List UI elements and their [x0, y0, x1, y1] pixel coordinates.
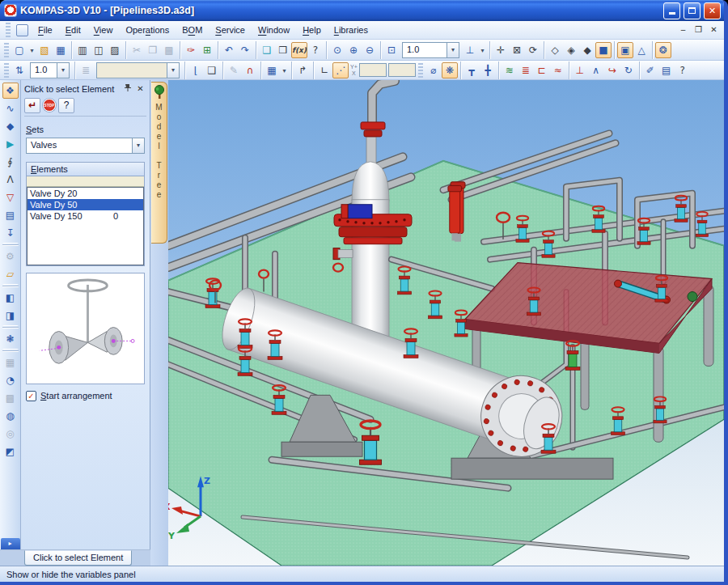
open-button[interactable]: ▧ — [36, 42, 53, 58]
quick-orient-button[interactable]: ❂ — [655, 42, 671, 58]
sets-value[interactable]: Valves — [26, 138, 133, 154]
variables-panel-button[interactable]: ❑ — [259, 42, 275, 58]
print-setup-button[interactable]: ▨ — [107, 42, 123, 58]
zoom-area-button[interactable]: ⊡ — [383, 42, 400, 58]
menu-bom[interactable]: BOM — [176, 23, 209, 37]
copy-button[interactable]: ❐ — [145, 42, 161, 58]
pipeline-lines-button[interactable]: ≣ — [518, 62, 534, 78]
menu-edit[interactable]: Edit — [59, 23, 87, 37]
spline-button[interactable]: ∿ — [2, 100, 19, 117]
menu-help[interactable]: Help — [296, 23, 328, 37]
shaded-button[interactable]: ■ — [595, 42, 612, 58]
orientation-button[interactable]: ⊥ — [462, 42, 478, 58]
pipeline-segment-button[interactable]: ⊏ — [534, 62, 550, 78]
menu-view[interactable]: View — [87, 23, 120, 37]
pipeline-layers-button[interactable]: ≋ — [502, 62, 518, 78]
fit-window-button[interactable]: ⊠ — [509, 42, 525, 58]
route-arrow-button[interactable]: ↪ — [604, 62, 620, 78]
library-manager-button[interactable]: ❒ — [275, 42, 291, 58]
spreadsheet-button[interactable]: ⊞ — [199, 42, 215, 58]
shaded-wireframe-button[interactable]: ▣ — [617, 42, 633, 58]
print-button[interactable]: ▥ — [74, 42, 91, 58]
surface-button[interactable]: ◆ — [2, 118, 19, 134]
orientation-dropdown[interactable]: ▾ — [478, 42, 487, 58]
boolean-button[interactable]: ❃ — [2, 331, 19, 347]
support-button[interactable]: ⊥ — [572, 62, 588, 78]
edit-model-button[interactable]: ❖ — [2, 83, 19, 99]
mold-button[interactable]: ◩ — [2, 443, 19, 460]
layer-value[interactable] — [96, 62, 167, 78]
pattern-button[interactable]: ▩ — [2, 390, 19, 406]
local-cs-button[interactable]: ↱ — [294, 62, 311, 78]
menu-file[interactable]: File — [32, 23, 59, 37]
rotate-view-button[interactable]: ⟳ — [525, 42, 541, 58]
maximize-button[interactable] — [684, 2, 700, 19]
pan-button[interactable]: ✛ — [493, 42, 509, 58]
scale-dropdown[interactable]: ▾ — [447, 42, 459, 58]
bend-button[interactable]: ∧ — [588, 62, 604, 78]
panel-help-button[interactable]: ? — [58, 98, 74, 113]
perspective-button[interactable]: △ — [633, 42, 650, 58]
save-button[interactable]: ▦ — [53, 42, 69, 58]
panel-close-icon[interactable]: ✕ — [134, 83, 146, 95]
title-bar[interactable]: KOMPAS-3D V10 - [Pipelines3D.a3d] ✕ — [0, 0, 724, 21]
toolbar-grip[interactable] — [4, 43, 9, 57]
list-item[interactable]: Valve Dy 20 — [28, 188, 143, 199]
coordinate-x-field[interactable] — [359, 63, 387, 77]
close-button[interactable]: ✕ — [704, 2, 721, 19]
copy-properties-button[interactable]: ✑ — [183, 42, 199, 58]
new-document-button[interactable]: ▢ — [11, 42, 28, 58]
wizard-button[interactable]: ✐ — [642, 62, 658, 78]
zoom-out-button[interactable]: ⊖ — [362, 42, 378, 58]
start-arrangement-checkbox[interactable]: ✓ — [26, 391, 36, 401]
fx-variables-button[interactable]: f(x) — [291, 42, 307, 58]
coordinate-y-field[interactable] — [388, 63, 416, 77]
arrange-button[interactable]: ↧ — [2, 225, 19, 241]
child-close-button[interactable]: ✕ — [707, 23, 721, 36]
model-tree-tab[interactable]: Model Tree — [151, 82, 167, 244]
child-minimize-button[interactable]: – — [676, 23, 690, 36]
paste-button[interactable]: ▩ — [161, 42, 177, 58]
toolbar-grip[interactable] — [6, 23, 11, 37]
context-help-button[interactable]: ? — [307, 42, 324, 58]
library-folder-button[interactable]: ▱ — [2, 266, 19, 282]
zoom-in-button[interactable]: ⊕ — [345, 42, 362, 58]
elements-filter-field[interactable] — [27, 176, 144, 187]
3d-viewport[interactable]: .pO{fill:none;stroke:#5E6368;stroke-line… — [168, 80, 724, 566]
route-button[interactable]: ❋ — [442, 62, 458, 78]
shell-button[interactable]: ◍ — [2, 408, 19, 424]
specification-button[interactable]: ▤ — [658, 62, 675, 78]
print-preview-button[interactable]: ◫ — [91, 42, 107, 58]
filter-button[interactable]: ▽ — [2, 189, 19, 206]
sets-combo[interactable]: Valves ▾ — [26, 138, 145, 154]
child-restore-button[interactable]: ❐ — [692, 23, 705, 36]
minimize-button[interactable] — [663, 2, 680, 19]
sets-dropdown[interactable]: ▾ — [133, 138, 145, 154]
redo-button[interactable]: ↷ — [237, 42, 253, 58]
step-dropdown[interactable]: ▾ — [57, 62, 70, 78]
dimensions-button[interactable]: ⌀ — [425, 62, 442, 78]
hidden-lines-button[interactable]: ◈ — [563, 42, 579, 58]
cut-extrude-button[interactable]: ◨ — [2, 307, 19, 324]
snaps-button[interactable]: ⋰ — [332, 62, 349, 78]
tab-click-to-select-element[interactable]: Click to select Element — [24, 550, 132, 566]
menu-window[interactable]: Window — [252, 23, 296, 37]
interrupt-button[interactable]: STOP — [43, 99, 56, 112]
library-help-button[interactable]: ? — [675, 62, 691, 78]
snap-magnet-button[interactable]: ∩ — [242, 62, 258, 78]
list-item-selected[interactable]: Valve Dy 50 — [28, 199, 143, 210]
current-step-button[interactable]: ⇅ — [11, 62, 28, 78]
fillet-button[interactable]: ◔ — [2, 372, 19, 388]
grid-dropdown[interactable]: ▾ — [280, 62, 289, 78]
toolbar-grip[interactable] — [418, 63, 423, 78]
scale-value[interactable]: 1.0 — [402, 42, 447, 58]
safety-valve[interactable] — [448, 185, 462, 240]
elements-list[interactable]: Valve Dy 20 Valve Dy 50 Valve Dy 1500 — [27, 187, 144, 265]
annotate-button[interactable]: ✎ — [226, 62, 242, 78]
ortho-button[interactable]: ∟ — [316, 62, 332, 78]
layer-combo[interactable]: ▾ — [96, 62, 180, 78]
select-button[interactable]: ▶ — [2, 136, 19, 152]
pipeline-wave-button[interactable]: ≈ — [550, 62, 566, 78]
section-button[interactable]: ◎ — [2, 426, 19, 442]
grid-button[interactable]: ▦ — [264, 62, 280, 78]
